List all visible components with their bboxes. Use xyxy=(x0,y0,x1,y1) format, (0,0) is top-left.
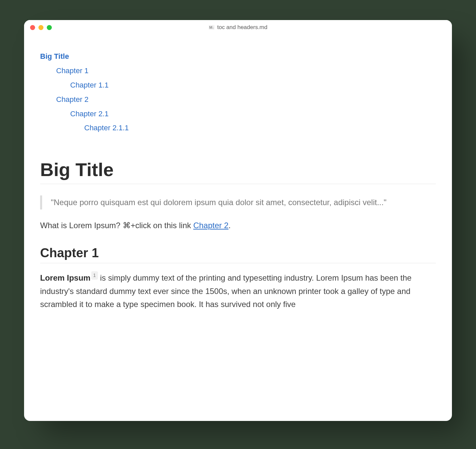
editor-window: M↓ toc and headers.md Big Title Chapter … xyxy=(24,20,452,421)
window-title: M↓ toc and headers.md xyxy=(24,24,452,31)
chapter-1-paragraph: Lorem Ipsum1 is simply dummy text of the… xyxy=(40,271,436,311)
intro-suffix: . xyxy=(229,221,231,230)
toc-link-chapter-2-1-1[interactable]: Chapter 2.1.1 xyxy=(84,124,129,132)
window-titlebar[interactable]: M↓ toc and headers.md xyxy=(24,20,452,35)
toc-link-chapter-1-1[interactable]: Chapter 1.1 xyxy=(70,81,109,89)
toc-link-chapter-2-1[interactable]: Chapter 2.1 xyxy=(70,110,109,118)
maximize-icon[interactable] xyxy=(47,25,52,30)
table-of-contents: Big Title Chapter 1 Chapter 1.1 Chapter … xyxy=(40,49,436,135)
heading-2-chapter-1: Chapter 1 xyxy=(40,246,436,263)
toc-link-big-title[interactable]: Big Title xyxy=(40,52,69,60)
toc-link-chapter-1[interactable]: Chapter 1 xyxy=(56,66,89,75)
inline-link-chapter-2[interactable]: Chapter 2 xyxy=(193,221,228,230)
minimize-icon[interactable] xyxy=(38,25,43,30)
heading-1: Big Title xyxy=(40,159,436,184)
intro-text: What is Lorem Ipsum? ⌘+click on this lin… xyxy=(40,221,193,230)
filename-label: toc and headers.md xyxy=(217,24,267,31)
intro-paragraph: What is Lorem Ipsum? ⌘+click on this lin… xyxy=(40,219,436,232)
filetype-badge: M↓ xyxy=(209,25,215,30)
document-content: Big Title Chapter 1 Chapter 1.1 Chapter … xyxy=(24,35,452,421)
lorem-ipsum-strong: Lorem Ipsum xyxy=(40,273,91,282)
blockquote-text: "Neque porro quisquam est qui dolorem ip… xyxy=(51,198,386,207)
footnote-ref-1[interactable]: 1 xyxy=(91,271,98,280)
toc-link-chapter-2[interactable]: Chapter 2 xyxy=(56,95,89,104)
close-icon[interactable] xyxy=(30,25,35,30)
traffic-lights xyxy=(30,25,52,30)
blockquote: "Neque porro quisquam est qui dolorem ip… xyxy=(40,195,436,209)
